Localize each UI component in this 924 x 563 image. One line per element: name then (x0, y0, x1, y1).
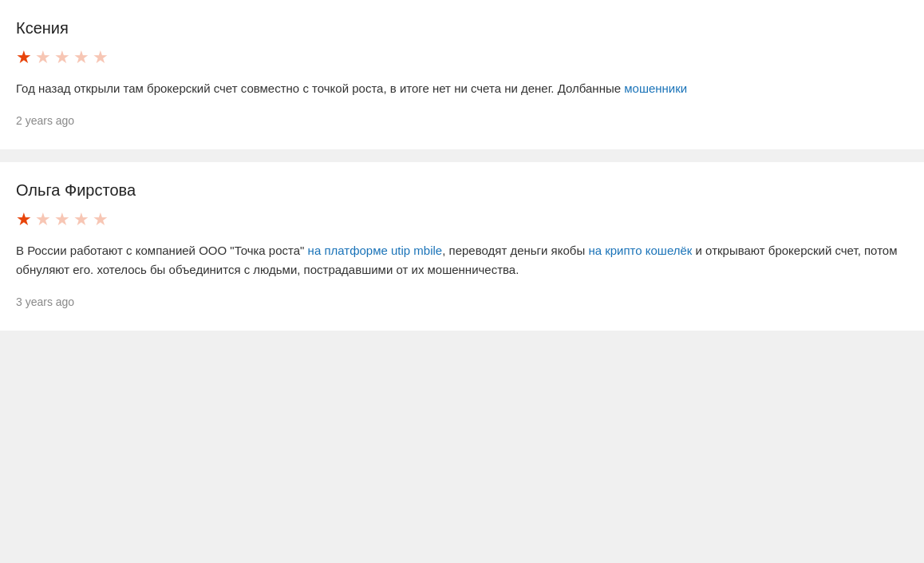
star-1-5: ★ (93, 49, 109, 66)
review-text-1: Год назад открыли там брокерский счет со… (16, 79, 908, 98)
review-text-2: В России работают с компанией ООО "Точка… (16, 241, 908, 280)
review-card-1: Ксения ★ ★ ★ ★ ★ Год назад открыли там б… (0, 0, 924, 149)
star-2-3: ★ (54, 211, 70, 228)
star-rating-1: ★ ★ ★ ★ ★ (16, 49, 908, 66)
star-1-3: ★ (54, 49, 70, 66)
star-2-2: ★ (35, 211, 51, 228)
reviewer-name-2: Ольга Фирстова (16, 181, 908, 200)
review-link-2a[interactable]: на платформе utip mbile (308, 244, 443, 257)
review-link-2b[interactable]: на крипто кошелёк (588, 244, 692, 257)
review-link-1[interactable]: мошенники (624, 81, 687, 95)
star-2-4: ★ (73, 211, 89, 228)
star-1-1: ★ (16, 49, 32, 66)
star-rating-2: ★ ★ ★ ★ ★ (16, 211, 908, 228)
reviewer-name-1: Ксения (16, 19, 908, 38)
separator-1 (0, 156, 924, 162)
reviews-container: Ксения ★ ★ ★ ★ ★ Год назад открыли там б… (0, 0, 924, 331)
review-date-2: 3 years ago (16, 295, 908, 308)
star-1-2: ★ (35, 49, 51, 66)
review-card-2: Ольга Фирстова ★ ★ ★ ★ ★ В России работа… (0, 162, 924, 331)
review-date-1: 2 years ago (16, 114, 908, 127)
star-2-1: ★ (16, 211, 32, 228)
star-1-4: ★ (73, 49, 89, 66)
star-2-5: ★ (93, 211, 109, 228)
